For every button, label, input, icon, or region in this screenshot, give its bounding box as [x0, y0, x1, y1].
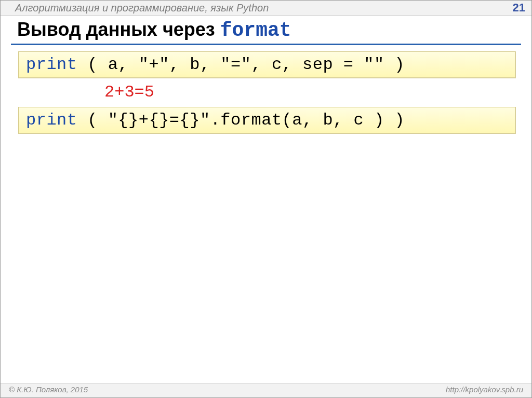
code2-keyword: print	[26, 111, 77, 130]
title-text: Вывод данных через	[17, 19, 220, 40]
code-block-1: print ( a, "+", b, "=", c, sep = "" )	[18, 51, 516, 78]
title-row: Вывод данных через format	[1, 16, 531, 43]
code2-rest: ( "{}+{}={}".format(a, b, c ) )	[77, 111, 405, 130]
slide: Алгоритмизация и программирование, язык …	[0, 0, 532, 398]
title-code: format	[220, 19, 291, 42]
slide-header: Алгоритмизация и программирование, язык …	[1, 1, 531, 16]
footer-copyright: © К.Ю. Поляков, 2015	[9, 385, 88, 394]
slide-footer: © К.Ю. Поляков, 2015 http://kpolyakov.sp…	[1, 383, 531, 397]
title-underline	[11, 44, 521, 45]
page-number: 21	[513, 1, 525, 15]
header-title: Алгоритмизация и программирование, язык …	[15, 2, 269, 13]
slide-title: Вывод данных через format	[17, 19, 291, 40]
code1-keyword: print	[26, 55, 77, 74]
footer-url: http://kpolyakov.spb.ru	[446, 385, 523, 394]
code-block-2: print ( "{}+{}={}".format(a, b, c ) )	[18, 107, 516, 134]
code1-rest: ( a, "+", b, "=", c, sep = "" )	[77, 55, 405, 74]
output-text: 2+3=5	[104, 83, 531, 102]
